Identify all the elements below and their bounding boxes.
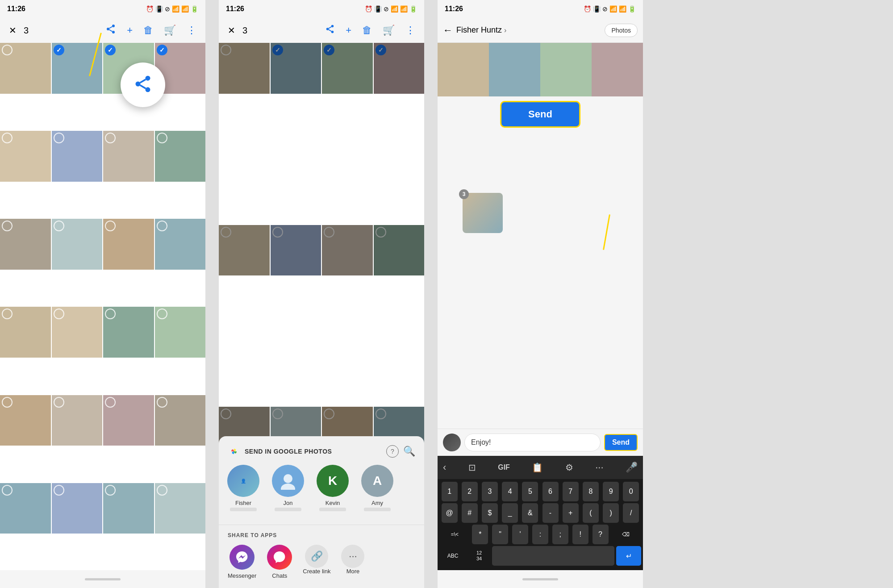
key-3[interactable]: 3 — [482, 482, 498, 501]
help-button[interactable]: ? — [386, 445, 399, 458]
photo-cell[interactable] — [103, 483, 154, 534]
alarm-icon-2: ⏰ — [365, 5, 372, 13]
app-more[interactable]: ··· More — [341, 545, 364, 579]
cart-button-2[interactable]: 🛒 — [379, 23, 398, 38]
key-plus[interactable]: + — [563, 503, 579, 523]
photo-cell[interactable] — [52, 43, 103, 94]
contact-jon[interactable]: Jon — [268, 465, 308, 511]
photos-header-button[interactable]: Photos — [605, 24, 638, 37]
photo-grid-1 — [0, 43, 205, 570]
send-button-main[interactable]: Send — [500, 101, 580, 128]
link-icon: 🔗 — [305, 545, 328, 568]
bottom-bar-3 — [438, 570, 643, 588]
app-chats[interactable]: Chats — [267, 545, 292, 579]
photo-cell[interactable] — [52, 307, 103, 358]
photo-cell[interactable] — [103, 131, 154, 182]
key-semicolon[interactable]: ; — [552, 525, 568, 544]
more-button-1[interactable]: ⋮ — [183, 23, 200, 38]
key-underscore[interactable]: _ — [502, 503, 518, 523]
key-minus[interactable]: - — [542, 503, 559, 523]
back-button[interactable]: ← — [443, 25, 453, 36]
keyboard-back-icon[interactable]: ‹ — [443, 462, 446, 473]
photo-cell[interactable] — [0, 43, 51, 94]
photo-cell[interactable] — [0, 395, 51, 446]
key-8[interactable]: 8 — [583, 482, 599, 501]
gif-button[interactable]: GIF — [498, 463, 510, 471]
photo-cell[interactable] — [155, 483, 206, 534]
key-question[interactable]: ? — [593, 525, 609, 544]
photo-cell[interactable] — [103, 307, 154, 358]
key-7[interactable]: 7 — [563, 482, 579, 501]
contact-sub-jon — [275, 508, 301, 511]
key-6[interactable]: 6 — [542, 482, 559, 501]
photo-cell[interactable] — [103, 219, 154, 270]
add-button-1[interactable]: + — [123, 23, 136, 38]
photo-cell[interactable] — [0, 307, 51, 358]
key-space[interactable] — [492, 546, 614, 566]
mic-icon[interactable]: 🎤 — [626, 462, 638, 473]
contact-avatar-jon — [272, 465, 304, 497]
cart-button-1[interactable]: 🛒 — [160, 23, 179, 38]
delete-button-2[interactable]: 🗑 — [359, 23, 376, 38]
key-1234[interactable]: 1234 — [468, 546, 490, 566]
photo-cell[interactable] — [0, 219, 51, 270]
key-lparen[interactable]: ( — [583, 503, 599, 523]
key-2[interactable]: 2 — [462, 482, 478, 501]
photo-cell[interactable] — [0, 131, 51, 182]
more-button-2[interactable]: ⋮ — [402, 23, 419, 38]
key-4[interactable]: 4 — [502, 482, 518, 501]
search-button-share[interactable]: 🔍 — [403, 446, 415, 457]
key-1[interactable]: 1 — [442, 482, 458, 501]
app-create-link[interactable]: 🔗 Create link — [303, 545, 330, 579]
settings-icon[interactable]: ⚙ — [565, 462, 573, 473]
key-squote[interactable]: ' — [512, 525, 528, 544]
clipboard-icon[interactable]: 📋 — [532, 462, 543, 473]
add-button-2[interactable]: + — [342, 23, 355, 38]
share-button-1[interactable] — [102, 22, 120, 39]
chat-area: Send 3 — [438, 43, 643, 429]
key-equals[interactable]: =\< — [441, 525, 468, 544]
delete-button-1[interactable]: 🗑 — [140, 23, 157, 38]
key-dollar[interactable]: $ — [482, 503, 498, 523]
photo-cell[interactable] — [155, 131, 206, 182]
sticker-icon[interactable]: ⊡ — [468, 462, 476, 473]
share-button-2[interactable] — [321, 22, 338, 38]
photo-cell[interactable] — [0, 483, 51, 534]
key-colon[interactable]: : — [532, 525, 548, 544]
key-hash[interactable]: # — [462, 503, 478, 523]
more-keyboard-icon[interactable]: ··· — [595, 462, 603, 473]
key-amp[interactable]: & — [522, 503, 538, 523]
alarm-icon: ⏰ — [146, 5, 154, 13]
photo-cell[interactable] — [155, 307, 206, 358]
svg-point-0 — [112, 25, 115, 27]
send-button-small[interactable]: Send — [604, 434, 638, 451]
key-slash[interactable]: / — [623, 503, 639, 523]
key-star[interactable]: * — [472, 525, 488, 544]
key-exclaim[interactable]: ! — [572, 525, 588, 544]
photo-cell[interactable] — [103, 395, 154, 446]
photo-cell[interactable] — [52, 395, 103, 446]
contact-kevin[interactable]: K Kevin — [313, 465, 353, 511]
battery-icon: 🔋 — [191, 5, 198, 13]
key-9[interactable]: 9 — [603, 482, 619, 501]
key-0[interactable]: 0 — [623, 482, 639, 501]
photo-cell[interactable] — [52, 219, 103, 270]
key-backspace[interactable]: ⌫ — [612, 525, 639, 544]
photo-cell[interactable] — [52, 483, 103, 534]
key-enter[interactable]: ↵ — [616, 546, 641, 566]
key-at[interactable]: @ — [442, 503, 458, 523]
close-button-2[interactable]: ✕ — [224, 23, 239, 38]
contact-amy[interactable]: A Amy — [357, 465, 397, 511]
separator — [219, 525, 424, 525]
key-rparen[interactable]: ) — [603, 503, 619, 523]
photo-cell[interactable] — [52, 131, 103, 182]
photo-cell[interactable] — [155, 219, 206, 270]
key-5[interactable]: 5 — [522, 482, 538, 501]
contact-fisher[interactable]: 👤 Fisher — [223, 465, 263, 511]
key-dquote[interactable]: " — [492, 525, 508, 544]
key-abc[interactable]: ABC — [439, 546, 466, 566]
photo-cell[interactable] — [155, 395, 206, 446]
message-input[interactable]: Enjoy! — [464, 434, 601, 451]
close-button-1[interactable]: ✕ — [5, 23, 20, 38]
app-messenger[interactable]: Messenger — [228, 545, 256, 579]
